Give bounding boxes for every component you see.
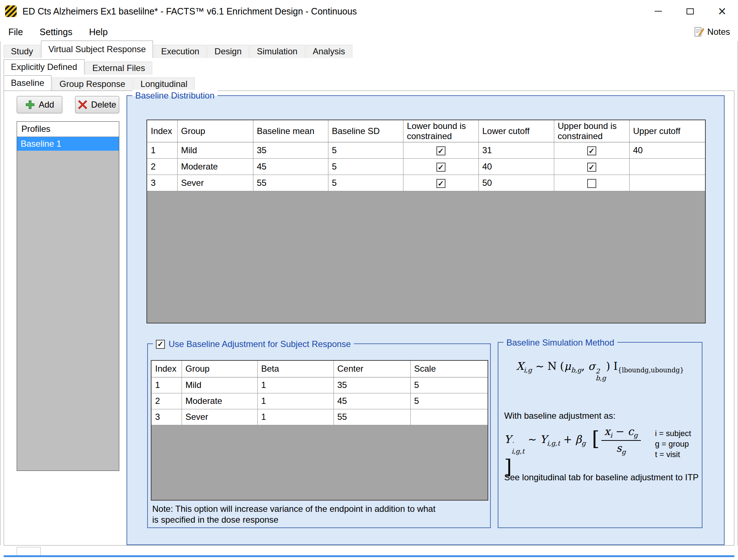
baseline-adjustment-title: Use Baseline Adjustment for Subject Resp…	[169, 338, 351, 350]
lower-constrained-checkbox[interactable]	[436, 146, 445, 155]
cell-upper-cutoff-selected[interactable]: 50	[629, 159, 705, 175]
cell-group[interactable]: Mild	[182, 377, 257, 393]
profile-item-baseline-1[interactable]: Baseline 1	[17, 137, 119, 151]
profiles-list-header: Profiles	[17, 122, 119, 137]
col-header-lower-bound-constrained[interactable]: Lower bound is constrained	[403, 120, 478, 142]
tab-external-files[interactable]: External Files	[85, 62, 152, 75]
notes-label: Notes	[707, 27, 730, 37]
cell-upper-cutoff-disabled	[629, 175, 705, 191]
cell-group[interactable]: Moderate	[177, 159, 253, 175]
baseline-distribution-group: Baseline Distribution Index Group Baseli…	[127, 95, 725, 545]
tab-longitudinal[interactable]: Longitudinal	[133, 78, 195, 91]
table-row: 2 Moderate 45 5 40 50	[147, 159, 705, 175]
col-header-group[interactable]: Group	[182, 361, 257, 377]
cell-baseline-sd[interactable]: 5	[328, 159, 403, 175]
cell-scale-selected[interactable]: 5	[410, 409, 488, 425]
maximize-button[interactable]	[674, 0, 706, 22]
col-header-index[interactable]: Index	[152, 361, 182, 377]
plus-icon	[25, 100, 35, 110]
cell-group[interactable]: Sever	[177, 175, 253, 191]
col-header-lower-cutoff[interactable]: Lower cutoff	[478, 120, 554, 142]
cell-lower-cutoff[interactable]: 50	[478, 175, 554, 191]
cell-baseline-sd[interactable]: 5	[328, 175, 403, 191]
window-title: ED Cts Alzheimers Ex1 baselilne* - FACTS…	[22, 6, 357, 17]
cell-index[interactable]: 2	[147, 159, 177, 175]
col-header-baseline-mean[interactable]: Baseline mean	[253, 120, 328, 142]
col-header-scale[interactable]: Scale	[410, 361, 488, 377]
cell-index[interactable]: 3	[147, 175, 177, 191]
cell-baseline-mean[interactable]: 45	[253, 159, 328, 175]
col-header-index[interactable]: Index	[147, 120, 177, 142]
menu-bar: File Settings Help Notes	[0, 22, 738, 41]
cell-center[interactable]: 35	[333, 377, 410, 393]
col-header-baseline-sd[interactable]: Baseline SD	[328, 120, 403, 142]
cell-index[interactable]: 1	[152, 377, 182, 393]
cell-baseline-mean[interactable]: 55	[253, 175, 328, 191]
cell-lower-cutoff[interactable]: 31	[478, 142, 554, 159]
table-row: 1 Mild 1 35 5	[152, 377, 488, 393]
main-tab-strip: Study Virtual Subject Response Execution…	[4, 41, 353, 58]
tab-virtual-subject-response[interactable]: Virtual Subject Response	[41, 41, 153, 58]
minimize-button[interactable]	[642, 0, 674, 22]
cell-beta[interactable]: 1	[257, 409, 333, 425]
menu-help[interactable]: Help	[81, 25, 116, 39]
menu-settings[interactable]: Settings	[31, 25, 80, 39]
col-header-center[interactable]: Center	[333, 361, 410, 377]
cell-center[interactable]: 45	[333, 393, 410, 409]
cell-group[interactable]: Mild	[177, 142, 253, 159]
use-baseline-adjustment-checkbox[interactable]	[156, 340, 165, 349]
baseline-distribution-table: Index Group Baseline mean Baseline SD Lo…	[147, 120, 705, 191]
cell-index[interactable]: 2	[152, 393, 182, 409]
cell-beta[interactable]: 1	[257, 377, 333, 393]
cell-group[interactable]: Sever	[182, 409, 257, 425]
adjustment-intro-text: With baseline adjustment as:	[504, 411, 615, 421]
cell-scale[interactable]: 5	[410, 377, 488, 393]
col-header-beta[interactable]: Beta	[257, 361, 333, 377]
upper-constrained-checkbox[interactable]	[587, 163, 596, 172]
baseline-adjustment-formula: Y′i,g,t ∼ Yi,g,t + βg [xi − cgsg]	[504, 425, 649, 478]
tab-execution[interactable]: Execution	[154, 45, 206, 58]
tertiary-tab-strip: Baseline Group Response Longitudinal	[4, 75, 195, 91]
cell-lower-cutoff[interactable]: 40	[478, 159, 554, 175]
app-icon	[5, 5, 17, 17]
tab-simulation[interactable]: Simulation	[250, 45, 305, 58]
cell-baseline-mean[interactable]: 35	[253, 142, 328, 159]
table-row: 3 Sever 1 55 5	[152, 409, 488, 425]
col-header-group[interactable]: Group	[177, 120, 253, 142]
tab-baseline[interactable]: Baseline	[4, 75, 51, 91]
menu-file[interactable]: File	[0, 25, 31, 39]
tab-analysis[interactable]: Analysis	[306, 45, 352, 58]
cell-upper-constrained	[554, 159, 629, 175]
cell-baseline-sd[interactable]: 5	[328, 142, 403, 159]
cell-upper-constrained	[554, 175, 629, 191]
col-header-upper-cutoff[interactable]: Upper cutoff	[629, 120, 705, 142]
cell-group[interactable]: Moderate	[182, 393, 257, 409]
close-icon: ×	[718, 4, 726, 18]
cell-index[interactable]: 3	[152, 409, 182, 425]
upper-constrained-checkbox[interactable]	[587, 179, 596, 188]
cell-center[interactable]: 55	[333, 409, 410, 425]
baseline-adjustment-group: Use Baseline Adjustment for Subject Resp…	[147, 343, 491, 528]
tab-group-response[interactable]: Group Response	[52, 78, 132, 91]
cell-beta[interactable]: 1	[257, 393, 333, 409]
cell-index[interactable]: 1	[147, 142, 177, 159]
tab-explicitly-defined[interactable]: Explicitly Defined	[4, 59, 84, 75]
notes-button[interactable]: Notes	[693, 26, 730, 37]
lower-constrained-checkbox[interactable]	[436, 163, 445, 172]
cell-scale[interactable]: 5	[410, 393, 488, 409]
table-header-row: Index Group Baseline mean Baseline SD Lo…	[147, 120, 705, 142]
tab-study[interactable]: Study	[4, 45, 40, 58]
cell-upper-cutoff[interactable]: 40	[629, 142, 705, 159]
close-button[interactable]: ×	[706, 0, 738, 22]
add-button[interactable]: Add	[17, 96, 62, 113]
col-header-upper-bound-constrained[interactable]: Upper bound is constrained	[554, 120, 629, 142]
delete-button[interactable]: Delete	[75, 96, 119, 113]
notes-icon	[693, 26, 704, 37]
lower-constrained-checkbox[interactable]	[436, 179, 445, 188]
baseline-distribution-formula: Xi,g ∼ N (μb,g, σ2b,g) I{lboundg,uboundg…	[498, 360, 702, 382]
profiles-list: Profiles Baseline 1	[17, 121, 119, 471]
upper-constrained-checkbox[interactable]	[587, 146, 596, 155]
tab-design[interactable]: Design	[207, 45, 249, 58]
formula-legend: i = subject g = group t = visit	[655, 428, 691, 460]
secondary-tab-strip: Explicitly Defined External Files	[4, 59, 153, 75]
